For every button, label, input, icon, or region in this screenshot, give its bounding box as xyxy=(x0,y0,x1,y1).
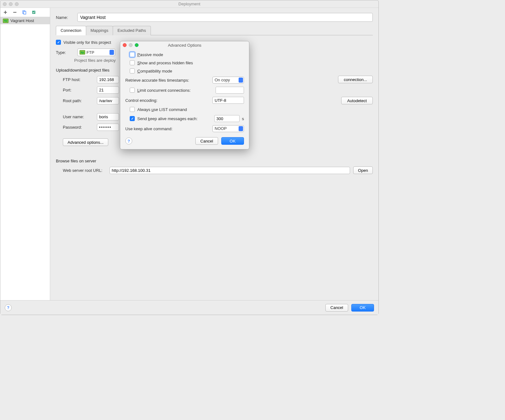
web-root-input[interactable] xyxy=(110,167,350,174)
type-value: FTP xyxy=(86,50,94,55)
limit-connections-label: Limit concurrent connections: xyxy=(137,88,213,93)
copy-icon[interactable] xyxy=(22,10,27,15)
port-input[interactable] xyxy=(97,86,119,94)
compat-mode-label: Compatibility mode xyxy=(137,69,172,73)
type-select[interactable]: ftp FTP xyxy=(77,49,115,56)
show-hidden-checkbox[interactable] xyxy=(130,60,135,65)
encoding-input[interactable] xyxy=(212,97,244,104)
ftp-host-input[interactable] xyxy=(97,76,119,83)
retrieve-timestamps-select[interactable]: On copy xyxy=(212,77,244,84)
name-input[interactable] xyxy=(77,13,373,22)
retrieve-timestamps-label: Retrieve accurate files timestamps: xyxy=(125,78,210,83)
ftp-host-label: FTP host: xyxy=(56,77,94,82)
show-hidden-label: Show and process hidden files xyxy=(137,61,193,65)
visible-only-label: Visible only for this project xyxy=(63,40,111,45)
password-label: Password: xyxy=(56,125,94,130)
keepalive-unit: s xyxy=(242,116,244,121)
ftp-icon: ftp xyxy=(80,50,85,55)
user-name-label: User name: xyxy=(56,114,94,119)
sidebar: ftp Vagrant Host xyxy=(0,8,50,300)
passive-mode-checkbox[interactable] xyxy=(130,52,135,57)
default-icon[interactable] xyxy=(31,10,36,15)
cancel-button[interactable]: Cancel xyxy=(325,304,348,312)
help-icon[interactable]: ? xyxy=(5,304,12,311)
limit-connections-input[interactable] xyxy=(216,87,244,94)
modal-ok-button[interactable]: OK xyxy=(221,137,244,145)
autodetect-button[interactable]: Autodetect xyxy=(341,97,373,104)
open-button[interactable]: Open xyxy=(353,166,373,174)
titlebar: Deployment xyxy=(0,0,378,8)
modal-title: Advanced Options xyxy=(120,43,249,48)
visible-only-checkbox[interactable] xyxy=(56,40,61,45)
sidebar-item-label: Vagrant Host xyxy=(10,18,34,23)
keepalive-label: Send keep alive messages each: xyxy=(137,116,212,121)
type-label: Type: xyxy=(56,50,74,55)
tab-excluded-paths[interactable]: Excluded Paths xyxy=(113,26,151,35)
keepalive-input[interactable] xyxy=(214,115,240,122)
sidebar-toolbar xyxy=(0,8,50,17)
add-icon[interactable] xyxy=(3,10,8,15)
modal-titlebar: Advanced Options xyxy=(120,41,249,49)
root-path-label: Root path: xyxy=(56,98,94,103)
keepalive-cmd-label: Use keep alive command: xyxy=(125,126,210,131)
port-label: Port: xyxy=(56,88,94,92)
password-input[interactable] xyxy=(97,124,119,131)
ftp-icon: ftp xyxy=(3,19,9,23)
keepalive-cmd-select[interactable]: NOOP xyxy=(212,125,244,132)
modal-help-icon[interactable]: ? xyxy=(125,137,132,144)
remove-icon[interactable] xyxy=(12,10,17,15)
compat-mode-checkbox[interactable] xyxy=(130,68,135,73)
passive-mode-label: Passive mode xyxy=(137,52,163,57)
tab-connection[interactable]: Connection xyxy=(56,26,86,35)
ok-button[interactable]: OK xyxy=(351,304,374,312)
web-root-label: Web server root URL: xyxy=(56,168,106,173)
footer: ? Cancel OK xyxy=(0,300,378,315)
svg-rect-1 xyxy=(24,11,26,14)
user-name-input[interactable] xyxy=(97,113,119,120)
advanced-options-button[interactable]: Advanced options... xyxy=(63,138,108,146)
test-connection-button[interactable]: connection... xyxy=(338,76,373,83)
sidebar-item-vagrant-host[interactable]: ftp Vagrant Host xyxy=(0,17,50,24)
always-list-label: Always use LIST command xyxy=(137,107,187,112)
window-title: Deployment xyxy=(0,2,378,6)
keepalive-checkbox[interactable] xyxy=(130,116,135,121)
root-path-input[interactable] xyxy=(97,97,119,104)
modal-cancel-button[interactable]: Cancel xyxy=(195,137,218,145)
always-list-checkbox[interactable] xyxy=(130,107,135,112)
tabs: Connection Mappings Excluded Paths xyxy=(56,26,373,35)
tab-mappings[interactable]: Mappings xyxy=(86,26,113,35)
name-label: Name: xyxy=(56,15,74,20)
browse-section-title: Browse files on server xyxy=(56,159,373,163)
encoding-label: Control encoding: xyxy=(125,98,210,103)
advanced-options-modal: Advanced Options Passive mode Show and p… xyxy=(120,41,249,149)
limit-connections-checkbox[interactable] xyxy=(130,88,135,93)
